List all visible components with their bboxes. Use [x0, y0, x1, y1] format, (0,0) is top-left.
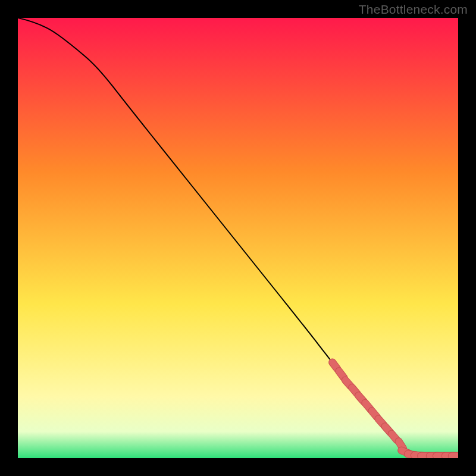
gradient-background: [18, 18, 458, 458]
curve-marker: [333, 362, 337, 369]
curve-marker: [339, 371, 344, 378]
chart-frame: TheBottleneck.com: [0, 0, 476, 476]
plot-area: [18, 18, 458, 458]
plot-svg: [18, 18, 458, 458]
watermark-text: TheBottleneck.com: [359, 2, 468, 17]
